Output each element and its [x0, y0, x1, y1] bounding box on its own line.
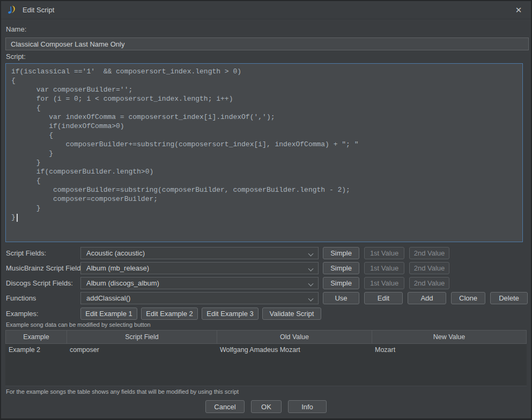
edit-example-2-button[interactable]: Edit Example 2	[141, 308, 198, 320]
script-fields-label: Script Fields:	[6, 249, 46, 257]
discogs-fields-dropdown-value: Album (discogs_album)	[86, 279, 159, 287]
second-value-button[interactable]: 2nd Value	[409, 247, 449, 259]
functions-label: Functions	[6, 294, 36, 302]
discogs-fields-buttons: Simple 1st Value 2nd Value	[323, 277, 449, 289]
edit-button[interactable]: Edit	[364, 292, 403, 304]
info-button[interactable]: Info	[288, 400, 327, 413]
first-value-button[interactable]: 1st Value	[364, 247, 404, 259]
footer-note: For the example songs the table shows an…	[6, 388, 239, 395]
script-fields-row: Script Fields: Acoustic (acoustic) Simpl…	[1, 247, 531, 259]
script-fields-buttons: Simple 1st Value 2nd Value	[323, 247, 449, 259]
second-value-button[interactable]: 2nd Value	[409, 262, 449, 274]
use-button[interactable]: Use	[323, 292, 359, 304]
first-value-button[interactable]: 1st Value	[364, 277, 404, 289]
chevron-down-icon	[309, 297, 313, 301]
music-note-icon	[6, 5, 16, 16]
musicbrainz-fields-dropdown[interactable]: Album (mb_release)	[80, 262, 319, 274]
bottom-button-bar: Cancel OK Info	[1, 400, 531, 413]
cell-new-value: Mozart	[372, 346, 527, 354]
chevron-down-icon	[309, 252, 313, 256]
window-title: Edit Script	[23, 6, 54, 14]
edit-example-1-button[interactable]: Edit Example 1	[80, 308, 137, 320]
simple-button[interactable]: Simple	[323, 277, 359, 289]
functions-dropdown[interactable]: addClassical()	[80, 292, 319, 304]
second-value-button[interactable]: 2nd Value	[409, 277, 449, 289]
validate-script-button[interactable]: Validate Script	[262, 308, 321, 320]
musicbrainz-fields-label: MusicBrainz Script Fields:	[6, 264, 86, 272]
add-button[interactable]: Add	[408, 292, 446, 304]
close-icon[interactable]: ✕	[513, 4, 524, 16]
discogs-fields-dropdown[interactable]: Album (discogs_album)	[80, 277, 319, 289]
script-name-input[interactable]	[5, 38, 529, 50]
first-value-button[interactable]: 1st Value	[364, 262, 404, 274]
header-new-value: New Value	[372, 331, 526, 343]
example-table: Example Script Field Old Value New Value…	[5, 330, 527, 386]
clone-button[interactable]: Clone	[451, 292, 485, 304]
functions-buttons: Use Edit Add Clone Delete	[323, 292, 528, 304]
script-fields-dropdown-value: Acoustic (acoustic)	[86, 249, 145, 257]
edit-script-dialog: Edit Script ✕ Name: Script: if(isclassic…	[0, 0, 532, 420]
musicbrainz-fields-dropdown-value: Album (mb_release)	[86, 264, 149, 272]
header-old-value: Old Value	[217, 331, 372, 343]
discogs-fields-row: Discogs Script Fields: Album (discogs_al…	[1, 277, 531, 289]
script-fields-dropdown[interactable]: Acoustic (acoustic)	[80, 247, 319, 259]
simple-button[interactable]: Simple	[323, 262, 359, 274]
cell-example: Example 2	[5, 346, 66, 354]
header-script-field: Script Field	[67, 331, 217, 343]
musicbrainz-fields-buttons: Simple 1st Value 2nd Value	[323, 262, 449, 274]
musicbrainz-fields-row: MusicBrainz Script Fields: Album (mb_rel…	[1, 262, 531, 274]
name-label: Name:	[6, 25, 26, 33]
table-row[interactable]: Example 2 composer Wolfgang Amadeus Moza…	[5, 344, 527, 356]
script-label: Script:	[6, 52, 26, 61]
functions-row: Functions addClassical() Use Edit Add Cl…	[1, 292, 531, 304]
text-caret	[17, 214, 18, 222]
cell-old-value: Wolfgang Amadeus Mozart	[217, 346, 372, 354]
script-code[interactable]: if(isclassical =='1' && composersort_ind…	[6, 64, 522, 242]
ok-button[interactable]: OK	[251, 400, 282, 413]
examples-label: Examples:	[6, 310, 39, 318]
chevron-down-icon	[309, 267, 313, 271]
simple-button[interactable]: Simple	[323, 247, 359, 259]
script-editor[interactable]: if(isclassical =='1' && composersort_ind…	[5, 63, 523, 242]
examples-caption: Example song data can be modified by sel…	[6, 321, 151, 328]
cell-script-field: composer	[66, 346, 217, 354]
examples-row: Examples: Edit Example 1 Edit Example 2 …	[1, 308, 531, 320]
discogs-fields-label: Discogs Script Fields:	[6, 279, 73, 287]
example-table-header: Example Script Field Old Value New Value	[5, 330, 527, 344]
delete-button[interactable]: Delete	[490, 292, 528, 304]
titlebar: Edit Script ✕	[1, 1, 531, 19]
cancel-button[interactable]: Cancel	[205, 400, 245, 413]
chevron-down-icon	[309, 282, 313, 286]
edit-example-3-button[interactable]: Edit Example 3	[202, 308, 258, 320]
examples-buttons: Edit Example 1 Edit Example 2 Edit Examp…	[80, 308, 321, 320]
header-example: Example	[6, 331, 67, 343]
functions-dropdown-value: addClassical()	[86, 294, 130, 302]
